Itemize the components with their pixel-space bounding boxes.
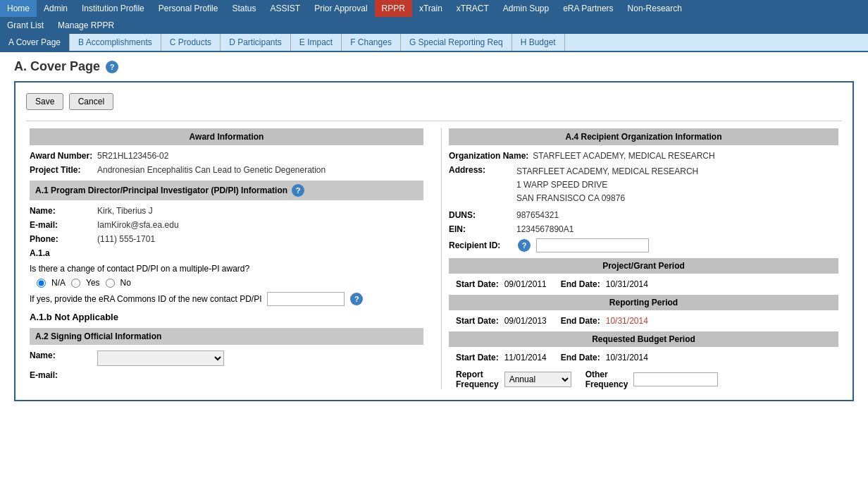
nav-non-research[interactable]: Non-Research xyxy=(621,0,689,17)
award-number-label: Award Number: xyxy=(30,151,93,161)
tab-g-special-reporting[interactable]: G Special Reporting Req xyxy=(401,34,512,51)
project-title-row: Project Title: Andronesian Encephalitis … xyxy=(30,165,423,175)
project-end-label: End Date: xyxy=(561,279,600,289)
duns-value: 987654321 xyxy=(516,210,559,220)
nav-prior-approval[interactable]: Prior Approval xyxy=(307,0,374,17)
nav-status[interactable]: Status xyxy=(225,0,263,17)
ein-value: 1234567890A1 xyxy=(516,224,574,234)
reporting-period-header: Reporting Period xyxy=(449,295,838,310)
radio-yes[interactable] xyxy=(71,279,80,288)
tab-e-impact[interactable]: E Impact xyxy=(291,34,342,51)
budget-start-item: Start Date: 11/01/2014 xyxy=(456,353,547,362)
tab-b-accomplishments[interactable]: B Accomplishments xyxy=(70,34,161,51)
radio-na[interactable] xyxy=(37,279,46,288)
top-nav: Home Admin Institution Profile Personal … xyxy=(0,0,868,17)
main-two-col: Award Information Award Number: 5R21HL12… xyxy=(26,121,842,389)
tab-h-budget[interactable]: H Budget xyxy=(512,34,565,51)
reporting-start-item: Start Date: 09/01/2013 xyxy=(456,316,547,326)
report-freq-label: ReportFrequency xyxy=(456,370,499,389)
org-address-row: Address: STARFLEET ACADEMY, MEDICAL RESE… xyxy=(449,165,838,206)
report-freq-select[interactable]: Annual Semi-Annual Quarterly xyxy=(504,372,571,387)
project-start-label: Start Date: xyxy=(456,279,499,289)
project-period-row: Start Date: 09/01/2011 End Date: 10/31/2… xyxy=(449,279,838,289)
nav-rppr[interactable]: RPPR xyxy=(375,0,412,17)
budget-end-date: 10/31/2014 xyxy=(606,353,648,362)
tab-d-participants[interactable]: D Participants xyxy=(221,34,291,51)
budget-period-header: Requested Budget Period xyxy=(449,331,838,347)
org-name-row: Organization Name: STARFLEET ACADEMY, ME… xyxy=(449,151,838,161)
save-button[interactable]: Save xyxy=(26,93,63,110)
left-col: Award Information Award Number: 5R21HL12… xyxy=(26,128,427,389)
recipient-id-label: Recipient ID: xyxy=(449,240,512,250)
cancel-button[interactable]: Cancel xyxy=(69,93,113,110)
recipient-id-row: Recipient ID: ? xyxy=(449,238,838,252)
signing-email-row: E-mail: xyxy=(30,370,423,380)
nav-assist[interactable]: ASSIST xyxy=(264,0,308,17)
email-value: IamKirok@sfa.ea.edu xyxy=(97,220,179,230)
nav-xtrain[interactable]: xTrain xyxy=(412,0,450,17)
nav-admin[interactable]: Admin xyxy=(37,0,75,17)
budget-period-row: Start Date: 11/01/2014 End Date: 10/31/2… xyxy=(449,353,838,362)
era-commons-label: If yes, provide the eRA Commons ID of th… xyxy=(30,294,261,304)
nav-xtract[interactable]: xTRACT xyxy=(450,0,496,17)
era-help-icon[interactable]: ? xyxy=(350,293,363,305)
project-period-header: Project/Grant Period xyxy=(449,258,838,274)
radio-no[interactable] xyxy=(106,279,115,288)
other-freq-input[interactable] xyxy=(633,372,718,386)
project-title-label: Project Title: xyxy=(30,165,93,175)
tab-a-cover-page[interactable]: A Cover Page xyxy=(0,34,70,51)
a1a-label: A.1.a xyxy=(30,248,50,258)
nav-grant-list[interactable]: Grant List xyxy=(0,18,51,32)
project-start-item: Start Date: 09/01/2011 xyxy=(456,279,547,289)
budget-end-label: End Date: xyxy=(561,353,600,362)
phone-row: Phone: (111) 555-1701 xyxy=(30,234,423,244)
phone-label: Phone: xyxy=(30,234,93,244)
page-title-row: A. Cover Page ? xyxy=(14,59,854,74)
project-end-item: End Date: 10/31/2014 xyxy=(561,279,648,289)
radio-no-label: No xyxy=(120,278,131,288)
era-commons-row: If yes, provide the eRA Commons ID of th… xyxy=(30,292,423,306)
a1b-label: A.1.b Not Applicable xyxy=(30,312,423,322)
project-title-value: Andronesian Encephalitis Can Lead to Gen… xyxy=(97,165,326,175)
pdpi-header-text: A.1 Program Director/Principal Investiga… xyxy=(35,185,287,195)
signing-header-text: A.2 Signing Official Information xyxy=(35,331,161,341)
page-title-help-icon[interactable]: ? xyxy=(106,61,118,73)
nav-personal-profile[interactable]: Personal Profile xyxy=(151,0,225,17)
form-container: Save Cancel Award Information Award Numb… xyxy=(14,81,854,401)
nav-era-partners[interactable]: eRA Partners xyxy=(556,0,620,17)
pdpi-header: A.1 Program Director/Principal Investiga… xyxy=(30,181,423,200)
signing-name-select[interactable] xyxy=(97,350,224,366)
nav-home[interactable]: Home xyxy=(0,0,37,17)
radio-na-label: N/A xyxy=(51,278,66,288)
radio-group: N/A Yes No xyxy=(37,278,423,288)
ein-row: EIN: 1234567890A1 xyxy=(449,224,838,234)
tab-c-products[interactable]: C Products xyxy=(161,34,221,51)
button-row: Save Cancel xyxy=(26,93,842,110)
duns-row: DUNS: 987654321 xyxy=(449,210,838,220)
second-nav: Grant List Manage RPPR xyxy=(0,17,868,34)
org-name-value: STARFLEET ACADEMY, MEDICAL RESEARCH xyxy=(533,151,714,161)
reporting-period-row: Start Date: 09/01/2013 End Date: 10/31/2… xyxy=(449,316,838,326)
name-value: Kirk, Tiberius J xyxy=(97,206,153,216)
org-address-value: STARFLEET ACADEMY, MEDICAL RESEARCH 1 WA… xyxy=(516,165,698,206)
tab-f-changes[interactable]: F Changes xyxy=(342,34,401,51)
duns-label: DUNS: xyxy=(449,210,512,220)
recipient-id-input[interactable] xyxy=(536,238,649,252)
reporting-start-label: Start Date: xyxy=(456,316,499,326)
other-frequency-item: OtherFrequency xyxy=(585,370,719,389)
other-freq-label: OtherFrequency xyxy=(585,370,628,389)
page-content: A. Cover Page ? Save Cancel Award Inform… xyxy=(0,52,868,408)
budget-start-date: 11/01/2014 xyxy=(504,353,547,362)
nav-manage-rppr[interactable]: Manage RPPR xyxy=(51,18,121,32)
name-label: Name: xyxy=(30,206,93,216)
nav-institution-profile[interactable]: Institution Profile xyxy=(75,0,151,17)
report-frequency-item: ReportFrequency Annual Semi-Annual Quart… xyxy=(456,370,571,389)
era-commons-input[interactable] xyxy=(267,292,345,306)
change-contact-row: Is there a change of contact PD/PI on a … xyxy=(30,264,423,274)
email-label: E-mail: xyxy=(30,220,93,230)
ein-label: EIN: xyxy=(449,224,512,234)
nav-admin-supp[interactable]: Admin Supp xyxy=(496,0,556,17)
pdpi-help-icon[interactable]: ? xyxy=(292,184,304,197)
recipient-id-help-icon[interactable]: ? xyxy=(518,239,531,252)
project-end-date: 10/31/2014 xyxy=(606,279,648,289)
